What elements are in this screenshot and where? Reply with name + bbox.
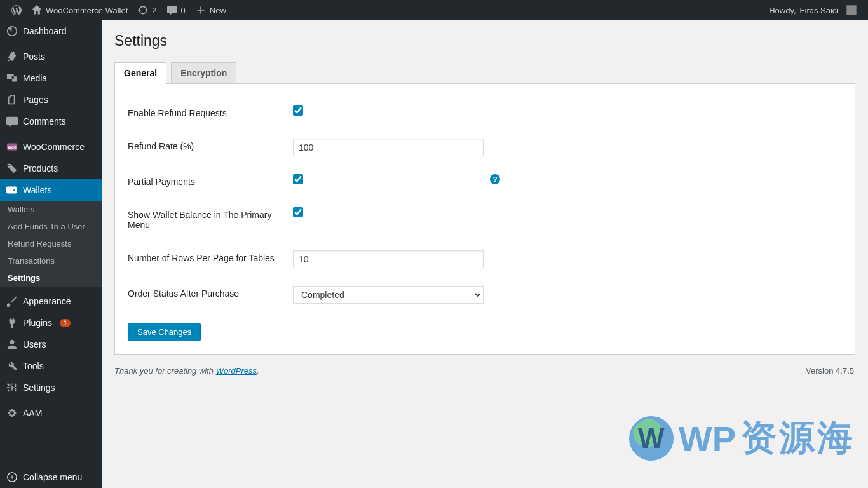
show-balance-label: Show Wallet Balance in The Primary Menu [128, 198, 287, 241]
sidebar-item-woocommerce[interactable]: Woo WooCommerce [0, 136, 102, 158]
woocommerce-icon: Woo [6, 141, 18, 152]
sidebar-subitem-add-funds[interactable]: Add Funds To a User [0, 218, 102, 235]
order-status-label: Order Status After Purchase [128, 277, 287, 313]
order-status-select[interactable]: Completed [293, 286, 484, 304]
user-icon [6, 339, 18, 350]
plus-icon [196, 5, 206, 15]
new-label: New [210, 6, 226, 15]
sidebar-subitem-transactions[interactable]: Transactions [0, 252, 102, 269]
sidebar-subitem-refund-requests[interactable]: Refund Requests [0, 235, 102, 252]
plugins-badge: 1 [60, 319, 71, 327]
content-area: Settings General Encryption Enable Refun… [102, 20, 868, 488]
sidebar-item-products[interactable]: Products [0, 158, 102, 179]
updates-count: 2 [152, 6, 156, 15]
sidebar-item-label: Collapse menu [23, 472, 82, 482]
page-icon [6, 94, 18, 105]
dashboard-icon [6, 25, 18, 37]
sliders-icon [6, 382, 18, 393]
sidebar-subitem-settings[interactable]: Settings [0, 269, 102, 287]
sidebar-item-users[interactable]: Users [0, 334, 102, 355]
wp-logo[interactable] [6, 0, 27, 20]
wordpress-link[interactable]: WordPress [216, 366, 257, 376]
sidebar-item-label: Products [23, 163, 58, 173]
sidebar-item-label: Dashboard [23, 26, 67, 36]
sidebar-item-aam[interactable]: AAM [0, 402, 102, 424]
user-name: Firas Saidi [800, 6, 839, 15]
wallet-icon [6, 184, 18, 196]
enable-refund-label: Enable Refund Requests [128, 97, 287, 130]
enable-refund-checkbox[interactable] [293, 105, 303, 116]
page-title: Settings [114, 27, 855, 62]
sidebar-item-tools[interactable]: Tools [0, 355, 102, 377]
home-icon [32, 5, 42, 15]
sidebar-subitem-wallets[interactable]: Wallets [0, 201, 102, 218]
save-changes-button[interactable]: Save Changes [128, 323, 201, 341]
wordpress-icon [11, 5, 22, 15]
sidebar-item-comments[interactable]: Comments [0, 111, 102, 132]
howdy-prefix: Howdy, [769, 6, 796, 15]
media-icon [6, 72, 18, 84]
admin-sidebar: Dashboard Posts Media Pages Comments Woo… [0, 20, 102, 488]
brush-icon [6, 295, 18, 307]
products-icon [6, 163, 18, 174]
comments-link[interactable]: 0 [162, 0, 191, 20]
sidebar-item-label: Appearance [23, 296, 71, 306]
sidebar-item-pages[interactable]: Pages [0, 89, 102, 111]
sidebar-item-plugins[interactable]: Plugins 1 [0, 312, 102, 334]
comments-count: 0 [181, 6, 186, 15]
sidebar-item-label: Pages [23, 95, 48, 105]
sidebar-item-media[interactable]: Media [0, 67, 102, 89]
settings-form: Enable Refund Requests Refund Rate (%) P… [114, 84, 855, 355]
nav-tabs: General Encryption [114, 62, 855, 84]
new-link[interactable]: New [191, 0, 231, 20]
tab-general[interactable]: General [114, 62, 166, 84]
gear-icon [6, 407, 18, 419]
sidebar-spacer [0, 424, 102, 466]
footer: Thank you for creating with WordPress. V… [114, 355, 855, 387]
refresh-icon [138, 5, 148, 15]
footer-credit: Thank you for creating with WordPress. [114, 366, 259, 376]
partial-payments-checkbox[interactable] [293, 174, 303, 184]
collapse-menu[interactable]: Collapse menu [0, 466, 102, 488]
admin-bar-left: WooCommerce Wallet 2 0 New [6, 0, 231, 20]
comment-icon [167, 5, 177, 15]
comment-icon [6, 116, 18, 127]
rows-label: Number of Rows Per Page for Tables [128, 241, 287, 277]
help-icon[interactable]: ? [490, 174, 500, 184]
form-table: Enable Refund Requests Refund Rate (%) P… [128, 97, 842, 313]
site-name-link[interactable]: WooCommerce Wallet [27, 0, 133, 20]
refund-rate-input[interactable] [293, 139, 484, 156]
sidebar-item-label: Wallets [23, 185, 51, 195]
rows-input[interactable] [293, 250, 484, 268]
avatar [846, 5, 857, 15]
svg-text:Woo: Woo [8, 145, 17, 149]
pin-icon [6, 51, 18, 62]
sidebar-item-settings[interactable]: Settings [0, 377, 102, 398]
footer-version: Version 4.7.5 [806, 366, 854, 376]
sidebar-item-label: AAM [23, 408, 42, 418]
sidebar-item-label: Tools [23, 361, 44, 371]
sidebar-item-label: Media [23, 73, 47, 83]
collapse-icon [6, 471, 18, 483]
wrench-icon [6, 360, 18, 372]
refund-rate-label: Refund Rate (%) [128, 130, 287, 165]
sidebar-item-appearance[interactable]: Appearance [0, 290, 102, 312]
tab-encryption[interactable]: Encryption [171, 62, 236, 83]
sidebar-item-posts[interactable]: Posts [0, 46, 102, 67]
updates-link[interactable]: 2 [133, 0, 161, 20]
partial-payments-label: Partial Payments [128, 165, 287, 198]
sidebar-item-label: Posts [23, 51, 45, 62]
site-name: WooCommerce Wallet [46, 6, 128, 15]
sidebar-item-label: WooCommerce [23, 142, 85, 152]
sidebar-item-label: Users [23, 339, 46, 349]
sidebar-item-label: Comments [23, 116, 66, 126]
sidebar-item-wallets[interactable]: Wallets [0, 179, 102, 201]
plugin-icon [6, 317, 18, 329]
user-account[interactable]: Howdy, Firas Saidi [764, 0, 862, 20]
show-balance-checkbox[interactable] [293, 207, 303, 217]
admin-bar-right: Howdy, Firas Saidi [764, 0, 862, 20]
sidebar-item-label: Plugins [23, 318, 52, 328]
sidebar-item-dashboard[interactable]: Dashboard [0, 20, 102, 42]
admin-bar: WooCommerce Wallet 2 0 New Howdy, Firas … [0, 0, 868, 20]
sidebar-item-label: Settings [23, 383, 55, 393]
